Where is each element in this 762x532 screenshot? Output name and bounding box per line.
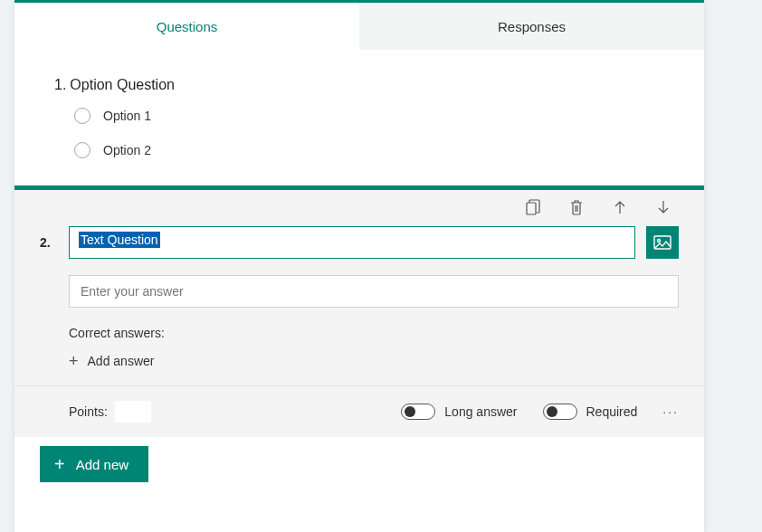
radio-icon (74, 108, 90, 124)
question-toolbar (14, 190, 704, 223)
form-editor: Questions Responses 1.Option Question Op… (14, 0, 704, 532)
tab-responses[interactable]: Responses (359, 3, 704, 50)
question-1-title: 1.Option Question (54, 77, 679, 93)
move-up-icon[interactable] (612, 199, 628, 215)
long-answer-toggle-group: Long answer (401, 404, 517, 420)
question-title-text: Text Question (79, 232, 160, 248)
long-answer-toggle[interactable] (401, 404, 435, 420)
question-1-text: Option Question (70, 77, 175, 92)
add-new-label: Add new (76, 457, 129, 472)
question-1-number: 1. (54, 77, 66, 92)
question-footer: Points: Long answer Required ··· (14, 385, 704, 437)
correct-answers-label: Correct answers: (69, 326, 679, 340)
option-row-1[interactable]: Option 1 (74, 108, 679, 124)
question-title-input[interactable]: Text Question (69, 226, 635, 259)
option-row-2[interactable]: Option 2 (74, 142, 679, 158)
points-input[interactable] (115, 401, 151, 423)
form-body: 1.Option Question Option 1 Option 2 (14, 50, 704, 500)
image-icon (653, 235, 672, 250)
add-answer-label: Add answer (88, 354, 155, 368)
svg-rect-0 (527, 203, 536, 214)
svg-point-2 (658, 240, 661, 242)
required-toggle[interactable] (543, 404, 577, 420)
add-answer-button[interactable]: + Add answer (69, 353, 679, 385)
answer-input[interactable]: Enter your answer (69, 275, 679, 308)
points-group: Points: (69, 401, 151, 423)
copy-icon[interactable] (525, 199, 541, 215)
points-label: Points: (69, 404, 108, 419)
tabs-bar: Questions Responses (14, 3, 704, 50)
answer-placeholder: Enter your answer (81, 284, 184, 299)
tab-questions[interactable]: Questions (14, 3, 359, 50)
plus-icon: + (54, 455, 65, 473)
move-down-icon[interactable] (655, 199, 672, 215)
option-label: Option 2 (103, 143, 151, 157)
insert-media-button[interactable] (646, 226, 679, 259)
radio-icon (74, 142, 90, 158)
required-label: Required (586, 404, 638, 419)
option-label: Option 1 (103, 109, 151, 123)
plus-icon: + (69, 353, 79, 369)
question-2-card: 2. Text Question Enter your answer Corre… (14, 185, 704, 437)
more-options-icon[interactable]: ··· (662, 404, 679, 419)
required-toggle-group: Required (543, 404, 638, 420)
long-answer-label: Long answer (444, 404, 517, 419)
question-1[interactable]: 1.Option Question Option 1 Option 2 (40, 77, 679, 158)
question-title-row: 2. Text Question (14, 226, 704, 259)
trash-icon[interactable] (568, 199, 585, 215)
question-2-number: 2. (40, 235, 58, 250)
add-new-button[interactable]: + Add new (40, 446, 148, 482)
